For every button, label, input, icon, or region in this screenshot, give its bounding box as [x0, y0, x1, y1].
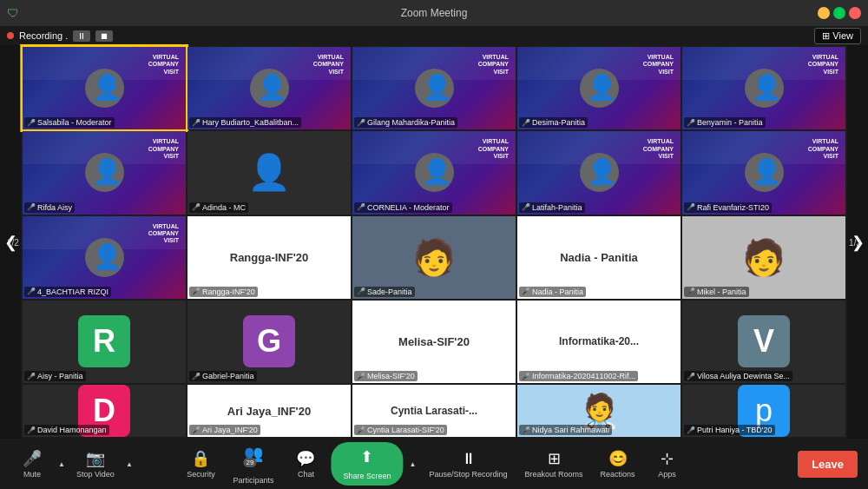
close-button[interactable]: [849, 7, 861, 19]
participant-name-23: 🎤 Cyntia Larasati-SIF'20: [354, 425, 447, 435]
video-cell-7[interactable]: 👤 🎤 Adinda - MC: [187, 131, 351, 214]
recording-status: Recording .: [19, 30, 68, 41]
participant-name-20: 🎤 Vilosa Auliya Dewinta Se...: [684, 371, 792, 381]
participant-name-22: 🎤 Ari Jaya_INF'20: [189, 425, 260, 435]
participant-name-19: 🎤 Informatika-2020411002-Rif...: [519, 371, 638, 381]
video-grid: VIRTUALCOMPANYVISIT 🎤 Salsabila - Modera…: [21, 45, 847, 439]
participant-name-24: 🎤 Nidya Sari Rahmawati: [519, 425, 612, 435]
video-cell-14[interactable]: Nadia - Panitia 🎤 Nadia - Panitia: [517, 216, 681, 299]
video-cell-11[interactable]: VIRTUALCOMPANYVISIT 🎤 4_BACHTIAR RIZQI: [23, 216, 186, 299]
participant-name-7: 🎤 Adinda - MC: [189, 202, 248, 213]
participants-label: Participants: [233, 476, 273, 485]
pause-stop-recording-button[interactable]: ⏸ Pause/Stop Recording: [422, 446, 514, 482]
security-icon: 🔒: [191, 449, 210, 468]
reactions-icon: 😊: [608, 449, 628, 468]
page-number-right: 1/2: [849, 237, 861, 247]
chat-label: Chat: [298, 470, 314, 479]
chat-button[interactable]: 💬 Chat: [284, 446, 327, 482]
video-cell-25[interactable]: p 🎤 Putri Haniya - TBD'20: [682, 385, 845, 437]
titlebar: 🛡 Zoom Meeting: [0, 0, 868, 26]
prev-page-arrow[interactable]: ❮ 1/2: [0, 45, 21, 439]
participant-name-16: 🎤 Aisy - Panitia: [24, 371, 86, 381]
participant-name-10: 🎤 Rafi Evanfariz-STI20: [684, 202, 772, 213]
participant-name-4: 🎤 Desima-Panitia: [519, 117, 588, 128]
video-cell-20[interactable]: V 🎤 Vilosa Auliya Dewinta Se...: [682, 301, 845, 383]
titlebar-left: 🛡: [7, 6, 19, 20]
share-screen-button[interactable]: ⬆ Share Screen: [331, 442, 403, 486]
participant-name-9: 🎤 Latifah-Panitia: [519, 202, 585, 213]
pause-recording-button[interactable]: ⏸: [73, 30, 90, 42]
participant-name-6: 🎤 Rifda Aisy: [24, 202, 75, 213]
video-cell-8[interactable]: VIRTUALCOMPANYVISIT 🎤 CORNELIA - Moderat…: [352, 131, 516, 214]
participant-name-14: 🎤 Nadia - Panitia: [519, 287, 586, 297]
video-cell-13[interactable]: 🧑 🎤 Sade-Panitia: [352, 216, 516, 299]
share-caret[interactable]: ▲: [406, 450, 418, 478]
video-cell-24[interactable]: 🧑‍⚕️ 🎤 Nidya Sari Rahmawati: [517, 385, 681, 437]
recording-dot: [7, 32, 14, 39]
video-cell-3[interactable]: VIRTUALCOMPANYVISIT 🎤 Gilang Mahardika-P…: [352, 47, 516, 129]
reactions-label: Reactions: [601, 470, 635, 479]
video-cell-18[interactable]: Melisa-SIF'20 🎤 Melisa-SIF'20: [352, 301, 516, 383]
security-button[interactable]: 🔒 Security: [179, 446, 222, 482]
participant-name-18: 🎤 Melisa-SIF'20: [354, 371, 418, 381]
apps-button[interactable]: ⊹ Apps: [646, 446, 689, 482]
camera-icon: 📷: [86, 449, 105, 468]
participant-name-17: 🎤 Gabriel-Panitia: [189, 371, 257, 381]
video-cell-9[interactable]: VIRTUALCOMPANYVISIT 🎤 Latifah-Panitia: [517, 131, 681, 214]
maximize-button[interactable]: [833, 7, 845, 19]
stop-recording-button[interactable]: ⏹: [95, 30, 113, 42]
participant-name-13: 🎤 Sade-Panitia: [354, 287, 415, 297]
stop-video-button[interactable]: 📷 Stop Video: [69, 446, 122, 482]
mute-label: Mute: [23, 470, 41, 479]
video-cell-21[interactable]: D 🎤 David Hamonangan: [23, 385, 186, 437]
breakout-icon: ⊞: [548, 449, 561, 468]
share-label: Share Screen: [343, 472, 391, 480]
participant-name-2: 🎤 Hary Budiarto_KaBalitban...: [189, 117, 301, 128]
video-cell-23[interactable]: Cyntia Larasati-... 🎤 Cyntia Larasati-SI…: [352, 385, 516, 437]
video-cell-15[interactable]: 🧑 🎤 Mikel - Panitia: [682, 216, 845, 299]
view-button[interactable]: ⊞ View: [814, 28, 861, 44]
stop-video-label: Stop Video: [76, 470, 115, 479]
video-caret[interactable]: ▲: [123, 450, 135, 478]
video-cell-17[interactable]: G 🎤 Gabriel-Panitia: [187, 301, 351, 383]
video-cell-1[interactable]: VIRTUALCOMPANYVISIT 🎤 Salsabila - Modera…: [23, 47, 186, 129]
main-video-area: ❮ 1/2 VIRTUALCOMPANYVISIT 🎤 Salsabila - …: [0, 45, 868, 439]
video-cell-22[interactable]: Ari Jaya_INF'20 🎤 Ari Jaya_INF'20: [187, 385, 351, 437]
apps-icon: ⊹: [661, 449, 674, 468]
participant-name-11: 🎤 4_BACHTIAR RIZQI: [24, 287, 111, 297]
toolbar: 🎤 Mute ▲ 📷 Stop Video ▲ 🔒 Security 👥 29 …: [0, 439, 868, 489]
video-cell-19[interactable]: Informatika-20... 🎤 Informatika-20204110…: [517, 301, 681, 383]
video-cell-5[interactable]: VIRTUALCOMPANYVISIT 🎤 Benyamin - Panitia: [682, 47, 845, 129]
video-cell-10[interactable]: VIRTUALCOMPANYVISIT 🎤 Rafi Evanfariz-STI…: [682, 131, 845, 214]
participant-name-25: 🎤 Putri Haniya - TBD'20: [684, 425, 775, 435]
breakout-rooms-button[interactable]: ⊞ Breakout Rooms: [518, 446, 590, 482]
security-label: Security: [187, 470, 215, 479]
leave-button[interactable]: Leave: [798, 451, 858, 478]
apps-label: Apps: [658, 470, 676, 479]
chat-icon: 💬: [296, 449, 315, 468]
mute-button[interactable]: 🎤 Mute: [10, 446, 54, 482]
mute-caret[interactable]: ▲: [56, 450, 68, 478]
minimize-button[interactable]: [818, 7, 830, 19]
video-cell-16[interactable]: R 🎤 Aisy - Panitia: [23, 301, 186, 383]
participant-name-15: 🎤 Mikel - Panitia: [684, 287, 749, 297]
recording-bar: Recording . ⏸ ⏹ ⊞ View: [0, 26, 868, 45]
participants-badge: 29: [243, 458, 256, 467]
participant-name-5: 🎤 Benyamin - Panitia: [684, 117, 766, 128]
pause-rec-label: Pause/Stop Recording: [429, 470, 507, 479]
participant-name-12: 🎤 Rangga-INF'20: [189, 287, 258, 297]
window-title: Zoom Meeting: [401, 7, 468, 19]
video-cell-6[interactable]: VIRTUALCOMPANYVISIT 🎤 Rifda Aisy: [23, 131, 186, 214]
video-cell-2[interactable]: VIRTUALCOMPANYVISIT 🎤 Hary Budiarto_KaBa…: [187, 47, 351, 129]
reactions-button[interactable]: 😊 Reactions: [594, 446, 642, 482]
video-cell-12[interactable]: Rangga-INF'20 🎤 Rangga-INF'20: [187, 216, 351, 299]
video-cell-4[interactable]: VIRTUALCOMPANYVISIT 🎤 Desima-Panitia: [517, 47, 681, 129]
participants-button[interactable]: 👥 29 Participants: [226, 440, 280, 488]
toolbar-center: 🔒 Security 👥 29 Participants 💬 Chat ⬆ Sh…: [179, 440, 688, 488]
toolbar-left: 🎤 Mute ▲ 📷 Stop Video ▲: [10, 446, 135, 482]
participant-name-1: 🎤 Salsabila - Moderator: [24, 117, 115, 128]
share-icon: ⬆: [360, 447, 373, 466]
toolbar-right: Leave: [798, 451, 858, 478]
next-page-arrow[interactable]: ❯ 1/2: [847, 45, 868, 439]
pause-rec-icon: ⏸: [461, 450, 477, 468]
